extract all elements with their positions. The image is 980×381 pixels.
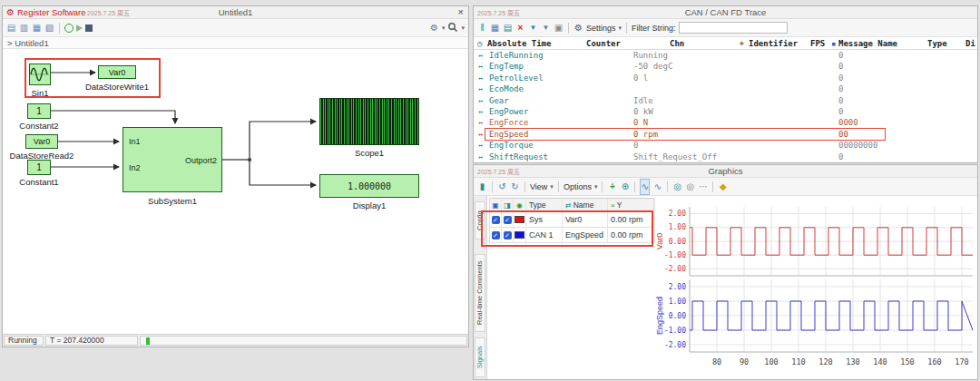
trace-row[interactable]: ↔ EngForce 0 N 0000 — [474, 117, 977, 128]
filter-string-input[interactable] — [679, 22, 788, 34]
signal-value: Idle — [633, 95, 653, 106]
visible-checkbox[interactable]: ✓ — [492, 231, 500, 239]
editor-titlebar: ⚙ Register Software 2025.7.25 周五 Untitle… — [3, 6, 468, 19]
measure-icon[interactable]: ◎ — [685, 180, 695, 194]
chevron-down-icon[interactable]: ▾ — [442, 24, 446, 32]
zoom-icon[interactable] — [447, 22, 458, 34]
subsystem-block[interactable]: In1 Outport2 In2 — [122, 127, 222, 192]
col-absolute-time[interactable]: Absolute Time — [487, 37, 551, 50]
signal-arrow-icon: ↔ — [478, 140, 483, 151]
col-fps[interactable]: FPS — [810, 37, 825, 50]
trace-row[interactable]: ↔ PetrolLevel 0 l 0 — [474, 73, 977, 83]
options-menu[interactable]: Options — [564, 182, 592, 191]
save-icon[interactable]: ▦ — [32, 21, 42, 35]
col-type[interactable]: Type — [526, 199, 563, 211]
close-icon[interactable]: × — [458, 6, 464, 18]
constant-block[interactable]: 1 — [27, 160, 51, 175]
svg-text:-1.00: -1.00 — [664, 327, 686, 335]
display-block[interactable]: 1.000000 — [319, 174, 419, 198]
trace-row[interactable]: ↔ EngPower 0 kW 0 — [474, 106, 977, 117]
crosshair-icon[interactable]: ◎ — [672, 180, 682, 194]
scope-block[interactable] — [319, 98, 419, 145]
panel-icon[interactable]: ▮ — [477, 180, 487, 194]
target-icon[interactable]: ⊕ — [620, 180, 630, 194]
layer-icon: ◨ — [502, 199, 514, 211]
visible-checkbox[interactable]: ✓ — [492, 216, 500, 224]
col-dir[interactable]: Di — [965, 37, 975, 50]
settings-button[interactable]: Settings — [586, 24, 616, 33]
block-label: Constant2 — [10, 121, 68, 131]
chevron-down-icon[interactable]: ▾ — [550, 183, 554, 190]
data-store-write-block[interactable]: Var0 — [98, 65, 136, 79]
signal-arrow-icon: ↔ — [478, 129, 483, 140]
open-file-icon[interactable]: ▥ — [19, 21, 29, 35]
col-counter[interactable]: Counter — [586, 37, 621, 50]
select-all-icon[interactable]: ▣ — [490, 199, 502, 211]
print-icon[interactable]: ▧ — [44, 21, 54, 35]
trace-row[interactable]: ↔ EngTorque 0 00000000 — [474, 140, 977, 151]
chevron-down-icon[interactable]: ▾ — [594, 183, 598, 190]
delete-icon[interactable]: × — [515, 21, 525, 35]
more-icon[interactable]: ⋯ — [698, 180, 708, 194]
tab-realtime-comments[interactable]: Real-time Comments — [475, 254, 485, 332]
inport-2-label: In2 — [129, 163, 141, 172]
signal-plots[interactable]: 2.001.000.00-1.00-2.00Var02.001.000.00-1… — [653, 196, 975, 377]
col-type[interactable]: Type — [927, 37, 947, 50]
graphics-content: Config Real-time Comments Signals ▣ ◨ ◉ … — [474, 196, 977, 379]
trace-row[interactable]: ↔ EngSpeed 0 rpm 00 — [474, 129, 977, 140]
add-icon[interactable]: + — [607, 180, 617, 194]
chevron-down-icon[interactable]: ▾ — [619, 24, 622, 32]
sine-block[interactable] — [29, 64, 51, 85]
trace-row[interactable]: ↔ EngTemp -50 degC 0 — [474, 61, 977, 72]
tab-signals[interactable]: Signals — [475, 337, 485, 377]
enabled-checkbox[interactable]: ✓ — [504, 231, 512, 239]
tab-config[interactable]: Config — [475, 201, 485, 239]
editor-statusbar: Running T = 207.420000 — [3, 334, 468, 347]
svg-text:1.00: 1.00 — [669, 298, 686, 306]
col-name[interactable]: ⇄Name — [563, 199, 608, 211]
breadcrumb[interactable]: > Untitled1 — [3, 37, 468, 49]
model-canvas[interactable]: Sin1 Var0 DataStoreWrite1 1 Constant2 Va… — [3, 49, 468, 334]
wrench-icon[interactable]: ⚙ — [429, 21, 439, 35]
signals-table-header[interactable]: ▣ ◨ ◉ Type ⇄Name ×Y — [489, 198, 654, 212]
data-store-read-block[interactable]: Var0 — [25, 134, 58, 149]
signals-table-rows: ✓ ✓ Sys Var0 0.00 rpm ✓ ✓ CAN 1 EngSpeed… — [489, 212, 654, 243]
trace-row[interactable]: ↔ Gear Idle 0 — [474, 95, 977, 106]
trace-row[interactable]: ↔ IdleRunning Running 0 — [474, 50, 977, 61]
play-icon[interactable] — [76, 24, 83, 32]
sim-state: Running — [4, 336, 44, 346]
col-chn[interactable]: Chn — [670, 37, 684, 50]
chevron-down-icon[interactable]: ▾ — [461, 24, 465, 32]
col-message-name[interactable]: Message Name — [838, 37, 897, 50]
enabled-checkbox[interactable]: ✓ — [504, 216, 512, 224]
trace-row[interactable]: ↔ EcoMode 0 — [474, 83, 977, 94]
view-menu[interactable]: View — [530, 182, 547, 191]
constant-block[interactable]: 1 — [27, 103, 51, 119]
undo-icon[interactable]: ↺ — [497, 180, 507, 194]
redo-icon[interactable]: ↻ — [510, 180, 520, 194]
series-color-swatch[interactable] — [514, 231, 524, 239]
filter-funnel-icon[interactable]: ▼ — [528, 21, 538, 35]
col-identifier[interactable]: Identifier — [749, 37, 798, 50]
trace-header-row[interactable]: ◷ Absolute Time Counter Chn ◆ Identifier… — [474, 37, 977, 50]
graphics-table-row[interactable]: ✓ ✓ CAN 1 EngSpeed 0.00 rpm — [489, 228, 654, 243]
graphics-toolbar: ▮ ↺ ↻ View ▾ Options ▾ + ⊕ ∿ ∿ ◎ ◎ ⋯ ◆ — [474, 178, 977, 196]
list-view-icon[interactable]: ▤ — [503, 21, 513, 35]
graphics-table-row[interactable]: ✓ ✓ Sys Var0 0.00 rpm — [489, 212, 654, 228]
brush-icon[interactable]: ◆ — [718, 180, 728, 194]
series-color-swatch[interactable] — [514, 216, 524, 223]
grid-view-icon[interactable]: ▦ — [490, 21, 500, 35]
line-plot-icon[interactable]: ∿ — [640, 179, 650, 195]
trace-row[interactable]: ↔ ShiftRequest Shift_Request_Off 0 — [474, 151, 977, 162]
run-timer-icon[interactable] — [64, 24, 74, 33]
stop-icon[interactable] — [85, 24, 93, 32]
new-file-icon[interactable]: ▤ — [6, 21, 16, 35]
plots-svg: 2.001.000.00-1.00-2.00Var02.001.000.00-1… — [653, 196, 977, 380]
pause-icon[interactable]: ‖ — [477, 21, 487, 35]
signal-name: Gear — [489, 95, 509, 106]
sort-icon[interactable]: ▼ — [541, 21, 551, 35]
trace-rows[interactable]: ↔ IdleRunning Running 0 ↔ EngTemp -50 de… — [474, 50, 977, 162]
camera-icon[interactable]: ▣ — [554, 21, 564, 35]
col-y[interactable]: ×Y — [608, 199, 655, 211]
step-plot-icon[interactable]: ∿ — [652, 180, 662, 194]
